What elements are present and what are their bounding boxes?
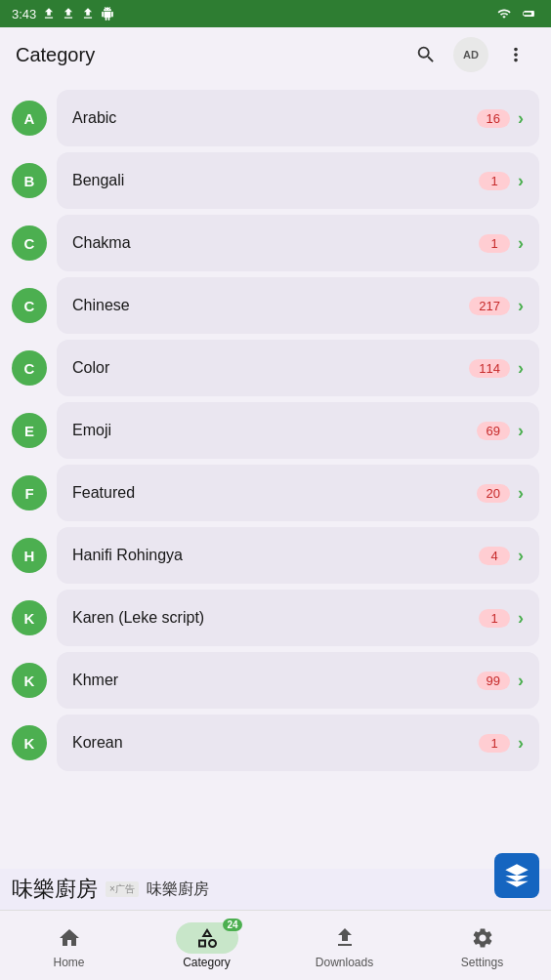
nav-label-home: Home xyxy=(53,956,84,969)
fab-icon xyxy=(503,862,530,889)
category-right: 99› xyxy=(477,671,524,691)
category-name: Emoji xyxy=(72,422,111,439)
chevron-right-icon: › xyxy=(518,171,524,191)
time-display: 3:43 xyxy=(12,7,36,21)
category-row: BBengali1› xyxy=(12,152,539,209)
download-icon-3 xyxy=(81,7,95,20)
search-button[interactable] xyxy=(406,35,445,74)
count-badge: 1 xyxy=(479,609,510,628)
downloads-icon-wrap xyxy=(329,922,360,954)
category-row: CChinese217› xyxy=(12,277,539,334)
app-bar: Category AD xyxy=(0,27,551,82)
nav-item-home[interactable]: Home xyxy=(0,915,138,977)
download-icon-2 xyxy=(62,7,75,20)
home-icon xyxy=(58,926,81,950)
chevron-right-icon: › xyxy=(518,546,524,566)
category-row: KKaren (Leke script)1› xyxy=(12,590,539,646)
watermark-chinese: 味樂廚房 xyxy=(12,875,98,904)
nav-item-category[interactable]: 24 Category xyxy=(138,915,276,977)
ad-button[interactable]: AD xyxy=(453,37,488,72)
category-item-hanifi-rohingya[interactable]: Hanifi Rohingya4› xyxy=(57,527,539,584)
settings-icon xyxy=(471,926,494,950)
category-item-color[interactable]: Color114› xyxy=(57,340,539,396)
chevron-right-icon: › xyxy=(518,421,524,441)
category-right: 217› xyxy=(469,296,524,316)
watermark-chinese2: 味樂廚房 xyxy=(147,879,209,900)
category-name: Chakma xyxy=(72,234,131,252)
category-item-chinese[interactable]: Chinese217› xyxy=(57,277,539,334)
category-item-bengali[interactable]: Bengali1› xyxy=(57,152,539,209)
category-name: Featured xyxy=(72,484,135,502)
home-icon-wrap xyxy=(54,922,85,954)
category-name: Korean xyxy=(72,734,123,752)
category-row: HHanifi Rohingya4› xyxy=(12,527,539,584)
category-row: CColor114› xyxy=(12,340,539,396)
category-row: FFeatured20› xyxy=(12,465,539,521)
category-row: KKhmer99› xyxy=(12,652,539,709)
nav-item-downloads[interactable]: Downloads xyxy=(276,915,413,977)
letter-badge: K xyxy=(12,600,47,635)
nav-label-downloads: Downloads xyxy=(316,956,373,969)
letter-badge: F xyxy=(12,475,47,510)
letter-badge: C xyxy=(12,350,47,386)
battery-icon xyxy=(518,7,539,20)
fab-button[interactable] xyxy=(494,853,539,898)
category-item-korean[interactable]: Korean1› xyxy=(57,715,539,771)
category-row: CChakma1› xyxy=(12,215,539,271)
chevron-right-icon: › xyxy=(518,358,524,379)
category-row: KKorean1› xyxy=(12,715,539,771)
svg-rect-2 xyxy=(533,13,534,14)
more-vert-icon xyxy=(505,44,527,65)
category-item-karen-(leke-script)[interactable]: Karen (Leke script)1› xyxy=(57,590,539,646)
category-item-arabic[interactable]: Arabic16› xyxy=(57,90,539,146)
downloads-icon xyxy=(333,926,357,950)
search-icon xyxy=(415,44,437,65)
count-badge: 114 xyxy=(469,359,510,378)
category-list: AArabic16›BBengali1›CChakma1›CChinese217… xyxy=(0,82,551,910)
watermark-overlay: 味樂廚房 ×广告 味樂廚房 xyxy=(0,869,551,910)
category-name: Arabic xyxy=(72,109,116,127)
category-right: 1› xyxy=(479,171,524,191)
category-name: Karen (Leke script) xyxy=(72,609,204,627)
category-right: 4› xyxy=(479,546,524,566)
settings-icon-wrap xyxy=(467,922,498,954)
category-name: Khmer xyxy=(72,672,118,689)
letter-badge: B xyxy=(12,163,47,198)
status-bar-left: 3:43 xyxy=(12,7,114,21)
count-badge: 1 xyxy=(479,172,510,190)
nav-item-settings[interactable]: Settings xyxy=(413,915,551,977)
category-name: Bengali xyxy=(72,172,124,189)
nav-label-settings: Settings xyxy=(461,956,503,969)
chevron-right-icon: › xyxy=(518,108,524,129)
letter-badge: H xyxy=(12,538,47,573)
letter-badge: E xyxy=(12,413,47,448)
letter-badge: C xyxy=(12,288,47,323)
letter-badge: A xyxy=(12,101,47,136)
page-title: Category xyxy=(16,44,95,66)
wifi-icon xyxy=(496,7,512,20)
category-item-khmer[interactable]: Khmer99› xyxy=(57,652,539,709)
category-right: 1› xyxy=(479,733,524,754)
chevron-right-icon: › xyxy=(518,233,524,254)
category-right: 20› xyxy=(477,483,524,504)
download-icon-1 xyxy=(42,7,56,20)
count-badge: 4 xyxy=(479,547,510,565)
count-badge: 16 xyxy=(477,109,510,128)
android-icon xyxy=(101,7,114,20)
ad-prefix: ×广告 xyxy=(106,881,139,897)
ad-label: AD xyxy=(463,49,479,61)
letter-badge: C xyxy=(12,225,47,261)
more-button[interactable] xyxy=(496,35,535,74)
count-badge: 99 xyxy=(477,672,510,690)
category-item-chakma[interactable]: Chakma1› xyxy=(57,215,539,271)
count-badge: 1 xyxy=(479,734,510,753)
category-icon xyxy=(195,926,219,950)
category-item-emoji[interactable]: Emoji69› xyxy=(57,402,539,459)
category-row: AArabic16› xyxy=(12,90,539,146)
category-right: 1› xyxy=(479,233,524,254)
category-badge: 24 xyxy=(223,919,241,931)
category-name: Color xyxy=(72,359,109,377)
chevron-right-icon: › xyxy=(518,483,524,504)
count-badge: 1 xyxy=(479,234,510,253)
category-item-featured[interactable]: Featured20› xyxy=(57,465,539,521)
